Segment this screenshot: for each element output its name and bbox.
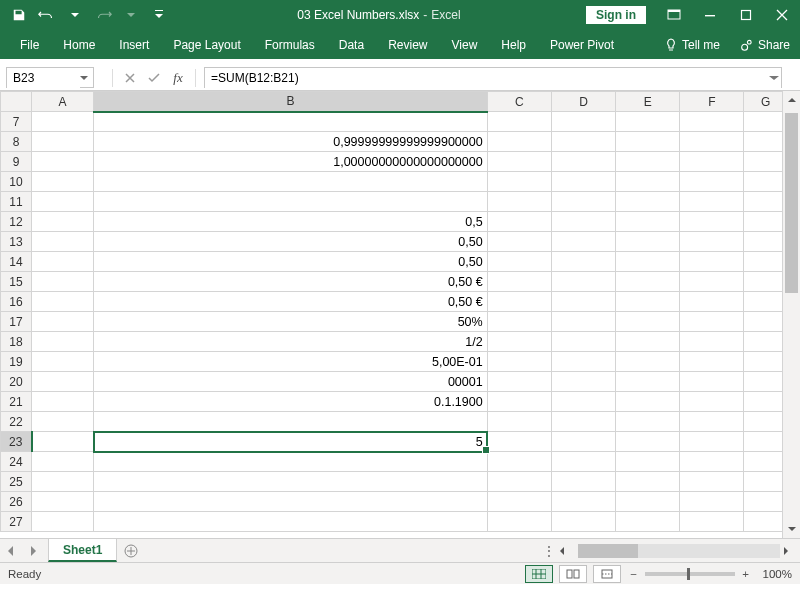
row-header-21[interactable]: 21: [1, 392, 32, 412]
cell-F11[interactable]: [680, 192, 744, 212]
cell-E18[interactable]: [616, 332, 680, 352]
cell-B11[interactable]: [94, 192, 488, 212]
cell-C9[interactable]: [487, 152, 551, 172]
cell-C12[interactable]: [487, 212, 551, 232]
zoom-in-button[interactable]: +: [739, 568, 753, 580]
cell-D23[interactable]: [551, 432, 615, 452]
cell-G13[interactable]: [744, 232, 788, 252]
cell-C22[interactable]: [487, 412, 551, 432]
cell-C16[interactable]: [487, 292, 551, 312]
cell-A7[interactable]: [32, 112, 94, 132]
sheet-nav-prev-icon[interactable]: [0, 539, 22, 562]
cell-G19[interactable]: [744, 352, 788, 372]
row-header-11[interactable]: 11: [1, 192, 32, 212]
cell-A23[interactable]: [32, 432, 94, 452]
name-box-input[interactable]: [7, 68, 80, 88]
row-header-7[interactable]: 7: [1, 112, 32, 132]
cell-D12[interactable]: [551, 212, 615, 232]
column-header-G[interactable]: G: [744, 92, 788, 112]
sign-in-button[interactable]: Sign in: [586, 6, 646, 24]
cell-G27[interactable]: [744, 512, 788, 532]
row-header-13[interactable]: 13: [1, 232, 32, 252]
row-header-20[interactable]: 20: [1, 372, 32, 392]
qat-customize-icon[interactable]: [146, 2, 172, 28]
undo-dropdown-icon[interactable]: [62, 2, 88, 28]
row-header-19[interactable]: 19: [1, 352, 32, 372]
cell-G15[interactable]: [744, 272, 788, 292]
cell-F13[interactable]: [680, 232, 744, 252]
cell-D14[interactable]: [551, 252, 615, 272]
cell-E25[interactable]: [616, 472, 680, 492]
cell-A24[interactable]: [32, 452, 94, 472]
cell-E12[interactable]: [616, 212, 680, 232]
cell-B13[interactable]: 0,50: [94, 232, 488, 252]
cell-E11[interactable]: [616, 192, 680, 212]
cell-F21[interactable]: [680, 392, 744, 412]
cell-B21[interactable]: 0.1.1900: [94, 392, 488, 412]
cell-C18[interactable]: [487, 332, 551, 352]
cell-B16[interactable]: 0,50 €: [94, 292, 488, 312]
cell-E16[interactable]: [616, 292, 680, 312]
cell-C27[interactable]: [487, 512, 551, 532]
sheet-nav-next-icon[interactable]: [22, 539, 44, 562]
cell-A21[interactable]: [32, 392, 94, 412]
select-all-corner[interactable]: [1, 92, 32, 112]
row-header-22[interactable]: 22: [1, 412, 32, 432]
new-sheet-button[interactable]: [117, 539, 145, 562]
cell-G20[interactable]: [744, 372, 788, 392]
tab-home[interactable]: Home: [51, 30, 107, 59]
cell-C21[interactable]: [487, 392, 551, 412]
cell-C17[interactable]: [487, 312, 551, 332]
cell-F26[interactable]: [680, 492, 744, 512]
cell-D15[interactable]: [551, 272, 615, 292]
row-header-12[interactable]: 12: [1, 212, 32, 232]
hscroll-track[interactable]: [578, 544, 780, 558]
tab-formulas[interactable]: Formulas: [253, 30, 327, 59]
cell-C14[interactable]: [487, 252, 551, 272]
vscroll-track[interactable]: [783, 109, 800, 520]
hscroll-split-icon[interactable]: ⋮: [540, 544, 558, 558]
cell-E27[interactable]: [616, 512, 680, 532]
cell-G22[interactable]: [744, 412, 788, 432]
cell-A16[interactable]: [32, 292, 94, 312]
zoom-out-button[interactable]: −: [627, 568, 641, 580]
cell-B25[interactable]: [94, 472, 488, 492]
cell-C23[interactable]: [487, 432, 551, 452]
name-box[interactable]: [6, 67, 94, 88]
cell-E21[interactable]: [616, 392, 680, 412]
cell-B23[interactable]: 5: [94, 432, 488, 452]
cell-A26[interactable]: [32, 492, 94, 512]
cell-G25[interactable]: [744, 472, 788, 492]
cancel-formula-icon[interactable]: [119, 68, 141, 88]
cell-B12[interactable]: 0,5: [94, 212, 488, 232]
cell-E10[interactable]: [616, 172, 680, 192]
cell-E8[interactable]: [616, 132, 680, 152]
tab-view[interactable]: View: [440, 30, 490, 59]
undo-button[interactable]: [34, 2, 60, 28]
cell-D17[interactable]: [551, 312, 615, 332]
tab-insert[interactable]: Insert: [107, 30, 161, 59]
cell-G9[interactable]: [744, 152, 788, 172]
tab-data[interactable]: Data: [327, 30, 376, 59]
cell-B18[interactable]: 1/2: [94, 332, 488, 352]
ribbon-display-options-icon[interactable]: [656, 0, 692, 30]
cell-F25[interactable]: [680, 472, 744, 492]
cell-G10[interactable]: [744, 172, 788, 192]
row-header-27[interactable]: 27: [1, 512, 32, 532]
cell-D24[interactable]: [551, 452, 615, 472]
cell-C10[interactable]: [487, 172, 551, 192]
scroll-up-icon[interactable]: [783, 91, 800, 109]
cell-D21[interactable]: [551, 392, 615, 412]
cell-E13[interactable]: [616, 232, 680, 252]
cell-F24[interactable]: [680, 452, 744, 472]
cell-A12[interactable]: [32, 212, 94, 232]
row-header-15[interactable]: 15: [1, 272, 32, 292]
cell-G8[interactable]: [744, 132, 788, 152]
cell-E20[interactable]: [616, 372, 680, 392]
cell-B7[interactable]: [94, 112, 488, 132]
column-header-D[interactable]: D: [551, 92, 615, 112]
cell-D27[interactable]: [551, 512, 615, 532]
cell-B19[interactable]: 5,00E-01: [94, 352, 488, 372]
cell-F27[interactable]: [680, 512, 744, 532]
cell-C19[interactable]: [487, 352, 551, 372]
